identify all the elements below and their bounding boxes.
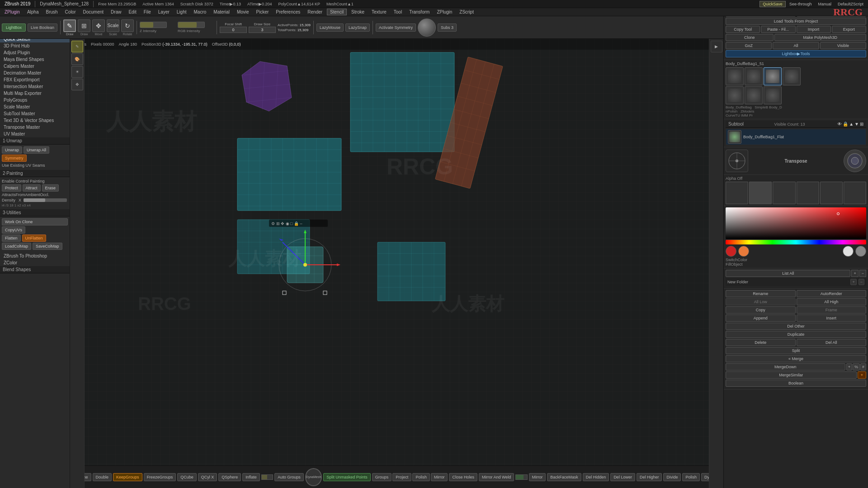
transpose-icon[interactable] [726, 150, 748, 172]
move-mode-btn[interactable]: ✥ Move [92, 19, 105, 36]
keep-groups-btn[interactable]: KeepGroups [113, 473, 142, 481]
subtool-up-icon[interactable]: ▲ [849, 122, 854, 127]
work-on-clone-btn[interactable]: Work On Clone [2, 218, 68, 225]
sidebar-item-text3d[interactable]: Text 3D & Vector Shapes [0, 117, 70, 124]
qcube-btn[interactable]: QCube [177, 473, 197, 481]
subtool-eye-icon[interactable]: 👁 [837, 122, 842, 127]
visible-btn[interactable]: Visible [820, 42, 866, 49]
inflate-slider[interactable] [261, 474, 274, 480]
flatten-btn[interactable]: Flatten [2, 235, 21, 242]
attract-btn[interactable]: Attract [23, 184, 41, 192]
menu-render[interactable]: Render [305, 9, 325, 15]
sidebar-item-polygroups[interactable]: PolyGroups [0, 97, 70, 103]
menu-material[interactable]: Material [211, 9, 232, 15]
alpha-item-5[interactable] [820, 182, 843, 204]
all-btn[interactable]: All [773, 42, 819, 49]
clone-btn[interactable]: Clone [726, 34, 774, 41]
tool-thumb-sk-slast[interactable] [726, 67, 744, 85]
menu-light[interactable]: Light [174, 9, 189, 15]
double-btn[interactable]: Double [93, 473, 112, 481]
tool-thumb-zmodels[interactable] [745, 86, 763, 104]
save-colmap-btn[interactable]: SaveColMap [33, 243, 62, 250]
polish-bottom-btn[interactable]: Polish [412, 473, 430, 481]
all-high-btn[interactable]: All High [797, 298, 867, 305]
freeze-groups-btn[interactable]: FreezeGroups [144, 473, 176, 481]
load-tools-project-btn[interactable]: Load Tools From Project [726, 18, 866, 25]
sidebar-item-multi-map[interactable]: Multi Map Exporter [0, 90, 70, 97]
menu-transform[interactable]: Transform [406, 9, 432, 15]
boolean-btn[interactable]: Boolean [726, 380, 866, 387]
sidebar-item-zcolor[interactable]: ZColor [0, 259, 70, 266]
see-through-btn[interactable]: See-through [787, 1, 815, 7]
alpha-item-4[interactable] [797, 182, 819, 204]
dynameshy-logo[interactable]: DynaMesh [305, 468, 322, 486]
color-swatch-gray[interactable] [855, 246, 866, 257]
sidebar-item-fbx-export[interactable]: FBX ExportImport [0, 76, 70, 83]
close-holes-btn[interactable]: Close Holes [449, 473, 477, 481]
del-higher-btn[interactable]: Del Higher [637, 473, 662, 481]
menu-document[interactable]: Document [80, 9, 107, 15]
backface-mask-btn[interactable]: BackFaceMask [547, 473, 581, 481]
menu-color[interactable]: Color [62, 9, 79, 15]
mode-color-btn[interactable]: 🎨 [71, 53, 83, 65]
sidebar-item-transpose-master[interactable]: Transpose Master [0, 124, 70, 131]
divide-btn[interactable]: Divide [663, 473, 681, 481]
menu-layer[interactable]: Layer [156, 9, 172, 15]
subtool-lock-icon[interactable]: 🔒 [843, 122, 848, 127]
color-gradient[interactable] [726, 207, 866, 239]
mirror-bottom-btn[interactable]: Mirror [431, 473, 448, 481]
unwrap-all-btn[interactable]: Unwrap All [24, 146, 49, 154]
copy-tool-btn[interactable]: Copy Tool [726, 26, 760, 33]
mirror-weld-slider[interactable] [515, 474, 528, 480]
sidebar-item-intersection-masker[interactable]: Intersection Masker [0, 83, 70, 90]
del-hidden-btn[interactable]: Del Hidden [583, 473, 609, 481]
del-lower-btn[interactable]: Del Lower [610, 473, 635, 481]
paste-tool-btn[interactable]: Paste - Fil... [761, 26, 795, 33]
del-all-btn[interactable]: Del All [797, 339, 867, 346]
copy-btn[interactable]: Copy [726, 306, 796, 314]
mirror-right-btn[interactable]: Mirror [529, 473, 546, 481]
mode-move-btn[interactable]: ✥ [71, 79, 83, 90]
pick-mode-btn[interactable]: ⊞ Draw [78, 19, 90, 36]
menu-macro[interactable]: Macro [191, 9, 209, 15]
subs-btn[interactable]: Subs 3 [438, 23, 457, 32]
subtool-down-icon[interactable]: ▼ [854, 122, 859, 127]
live-boolean-btn[interactable]: Live Boolean [28, 23, 57, 32]
export-btn[interactable]: Export [832, 26, 866, 33]
tool-thumb-npolish[interactable] [726, 86, 744, 104]
qcyl-x-btn[interactable]: QCyl X [198, 473, 217, 481]
menu-file[interactable]: File [141, 9, 154, 15]
mergedown-pct[interactable]: % [853, 363, 860, 371]
copy-uvs-btn[interactable]: CopyUVs [2, 226, 25, 234]
draw-size-value[interactable]: 3 [249, 27, 276, 33]
menu-zscript[interactable]: ZScript [457, 9, 476, 15]
canvas-area[interactable]: ⚙ ⊞ ✥ ◉ □ 🔒 – 人人素材 人人素材 RRCG RRCG 人人素材 0… [70, 39, 723, 465]
sidebar-item-uv-master[interactable]: UV Master [0, 131, 70, 137]
alpha-item-2[interactable] [749, 182, 772, 204]
folder-up-btn[interactable]: + [850, 279, 856, 285]
mergedown-plus[interactable]: + [846, 363, 852, 371]
menu-tool[interactable]: Tool [391, 9, 405, 15]
inflate-btn[interactable]: Inflate [242, 473, 260, 481]
erase-btn[interactable]: Erase [42, 184, 59, 192]
menu-draw[interactable]: Draw [108, 9, 124, 15]
scale-mode-btn[interactable]: Scale Scale [107, 19, 119, 36]
menu-movie[interactable]: Movie [234, 9, 252, 15]
protect-btn[interactable]: Protect [2, 184, 21, 192]
tool-thumb-curvetu[interactable] [764, 86, 782, 104]
mode-light-btn[interactable]: ☀ [71, 66, 83, 78]
focal-shift-value[interactable]: 0 [220, 27, 247, 33]
color-swatch-white[interactable] [843, 246, 854, 257]
list-plus-btn[interactable]: + [851, 270, 858, 277]
mirror-weld-btn[interactable]: Mirror And Weld [479, 473, 514, 481]
make-polymesh-btn[interactable]: Make PolyMesh3D [774, 34, 866, 41]
quicksave-btn[interactable]: QuickSave [760, 1, 786, 7]
color-swatch-orange[interactable] [738, 246, 749, 257]
color-swatch-red[interactable] [726, 246, 736, 257]
menu-zplugin[interactable]: ZPlugin [2, 9, 23, 15]
mergesimilar-btn[interactable]: MergeSimilar [726, 371, 857, 379]
split-btn[interactable]: Split [726, 347, 866, 354]
menu-stroke[interactable]: Stroke [349, 9, 367, 15]
project-btn[interactable]: Project [392, 473, 411, 481]
subtool-list-item-body-flat[interactable]: Body_DuffleBag1_Flat [726, 129, 866, 145]
